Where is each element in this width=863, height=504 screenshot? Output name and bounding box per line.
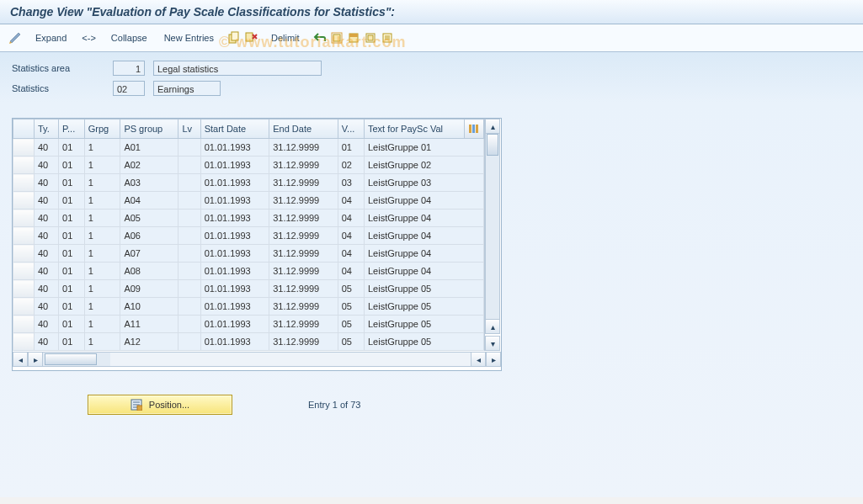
cell-p[interactable]: 01 <box>59 316 85 333</box>
cell-enddate[interactable]: 31.12.9999 <box>269 157 338 174</box>
row-selector[interactable] <box>13 333 35 351</box>
cell-text[interactable]: LeistGruppe 03 <box>365 174 484 192</box>
cell-psgroup[interactable]: A11 <box>120 316 178 333</box>
cell-p[interactable]: 01 <box>59 139 85 157</box>
cell-grpg[interactable]: 1 <box>84 280 120 298</box>
vscroll-thumb[interactable] <box>487 134 498 156</box>
horizontal-scrollbar[interactable]: ◂ ▸ ◂ ▸ <box>13 352 501 367</box>
cell-psgroup[interactable]: A09 <box>120 280 178 298</box>
col-grpg[interactable]: Grpg <box>84 119 120 139</box>
cell-grpg[interactable]: 1 <box>84 174 120 192</box>
col-text[interactable]: Text for PaySc Val <box>365 119 465 139</box>
col-p[interactable]: P... <box>59 119 85 139</box>
cell-lv[interactable] <box>178 263 200 280</box>
vscroll-track[interactable] <box>485 134 500 319</box>
cell-lv[interactable] <box>178 245 200 263</box>
cell-psgroup[interactable]: A03 <box>120 174 178 192</box>
col-enddate[interactable]: End Date <box>269 119 338 139</box>
cell-p[interactable]: 01 <box>59 210 85 227</box>
scroll-up-icon[interactable]: ▴ <box>485 119 500 134</box>
cell-startdate[interactable]: 01.01.1993 <box>200 333 269 351</box>
cell-startdate[interactable]: 01.01.1993 <box>200 245 269 263</box>
cell-ty[interactable]: 40 <box>35 192 59 210</box>
table-row[interactable]: 40011A0301.01.199331.12.999903LeistGrupp… <box>13 174 484 192</box>
cell-lv[interactable] <box>178 333 200 351</box>
row-selector[interactable] <box>13 263 35 280</box>
cell-grpg[interactable]: 1 <box>84 210 120 227</box>
cell-enddate[interactable]: 31.12.9999 <box>269 280 338 298</box>
cell-lv[interactable] <box>178 316 200 333</box>
cell-grpg[interactable]: 1 <box>84 227 120 245</box>
row-selector[interactable] <box>13 245 35 263</box>
vertical-scrollbar[interactable]: ▴ ▴ ▾ <box>484 119 500 351</box>
table-row[interactable]: 40011A0401.01.199331.12.999904LeistGrupp… <box>13 192 484 210</box>
cell-lv[interactable] <box>178 227 200 245</box>
cell-text[interactable]: LeistGruppe 05 <box>365 333 484 351</box>
cell-grpg[interactable]: 1 <box>84 316 120 333</box>
cell-text[interactable]: LeistGruppe 01 <box>365 139 484 157</box>
cell-enddate[interactable]: 31.12.9999 <box>269 263 338 280</box>
cell-enddate[interactable]: 31.12.9999 <box>269 174 338 192</box>
cell-startdate[interactable]: 01.01.1993 <box>200 174 269 192</box>
col-psgroup[interactable]: PS group <box>120 119 178 139</box>
cell-lv[interactable] <box>178 210 200 227</box>
row-selector[interactable] <box>13 157 35 174</box>
cell-lv[interactable] <box>178 192 200 210</box>
hscroll-thumb[interactable] <box>45 353 97 365</box>
cell-startdate[interactable]: 01.01.1993 <box>200 139 269 157</box>
cell-text[interactable]: LeistGruppe 04 <box>365 227 484 245</box>
row-selector[interactable] <box>13 316 35 333</box>
scroll-left-icon[interactable]: ◂ <box>13 352 28 367</box>
cell-grpg[interactable]: 1 <box>84 192 120 210</box>
data-grid[interactable]: Ty. P... Grpg PS group Lv Start Date End… <box>13 119 484 351</box>
cell-psgroup[interactable]: A02 <box>120 157 178 174</box>
cell-enddate[interactable]: 31.12.9999 <box>269 210 338 227</box>
row-selector-header[interactable] <box>13 119 35 139</box>
cell-v[interactable]: 05 <box>338 316 364 333</box>
cell-v[interactable]: 04 <box>338 227 364 245</box>
cell-ty[interactable]: 40 <box>35 157 59 174</box>
cell-ty[interactable]: 40 <box>35 174 59 192</box>
cell-ty[interactable]: 40 <box>35 298 59 316</box>
table-row[interactable]: 40011A1101.01.199331.12.999905LeistGrupp… <box>13 316 484 333</box>
cell-startdate[interactable]: 01.01.1993 <box>200 227 269 245</box>
cell-v[interactable]: 05 <box>338 333 364 351</box>
cell-startdate[interactable]: 01.01.1993 <box>200 280 269 298</box>
hscroll-track[interactable] <box>43 352 110 367</box>
deselect-all-icon[interactable] <box>364 31 377 45</box>
scroll-left2-icon[interactable]: ◂ <box>471 352 486 367</box>
table-row[interactable]: 40011A0201.01.199331.12.999902LeistGrupp… <box>13 157 484 174</box>
cell-enddate[interactable]: 31.12.9999 <box>269 245 338 263</box>
select-all-icon[interactable] <box>330 31 344 45</box>
cell-p[interactable]: 01 <box>59 192 85 210</box>
cell-lv[interactable] <box>178 298 200 316</box>
collapse-button[interactable]: Collapse <box>108 31 151 45</box>
cell-ty[interactable]: 40 <box>35 210 59 227</box>
cell-p[interactable]: 01 <box>59 298 85 316</box>
table-row[interactable]: 40011A1201.01.199331.12.999905LeistGrupp… <box>13 333 484 351</box>
cell-text[interactable]: LeistGruppe 04 <box>365 245 484 263</box>
cell-startdate[interactable]: 01.01.1993 <box>200 298 269 316</box>
row-selector[interactable] <box>13 139 35 157</box>
table-row[interactable]: 40011A0801.01.199331.12.999904LeistGrupp… <box>13 263 484 280</box>
cell-psgroup[interactable]: A08 <box>120 263 178 280</box>
row-selector[interactable] <box>13 192 35 210</box>
cell-v[interactable]: 02 <box>338 157 364 174</box>
select-block-icon[interactable] <box>347 31 360 45</box>
scroll-right1-icon[interactable]: ▸ <box>28 352 43 367</box>
undo-change-icon[interactable] <box>313 31 327 45</box>
cell-startdate[interactable]: 01.01.1993 <box>200 210 269 227</box>
cell-text[interactable]: LeistGruppe 02 <box>365 157 484 174</box>
row-selector[interactable] <box>13 227 35 245</box>
cell-ty[interactable]: 40 <box>35 333 59 351</box>
col-startdate[interactable]: Start Date <box>200 119 269 139</box>
cell-p[interactable]: 01 <box>59 174 85 192</box>
cell-startdate[interactable]: 01.01.1993 <box>200 263 269 280</box>
col-v[interactable]: V... <box>338 119 364 139</box>
cell-p[interactable]: 01 <box>59 280 85 298</box>
table-row[interactable]: 40011A0101.01.199331.12.999901LeistGrupp… <box>13 139 484 157</box>
cell-text[interactable]: LeistGruppe 05 <box>365 298 484 316</box>
cell-ty[interactable]: 40 <box>35 245 59 263</box>
cell-enddate[interactable]: 31.12.9999 <box>269 192 338 210</box>
cell-startdate[interactable]: 01.01.1993 <box>200 157 269 174</box>
